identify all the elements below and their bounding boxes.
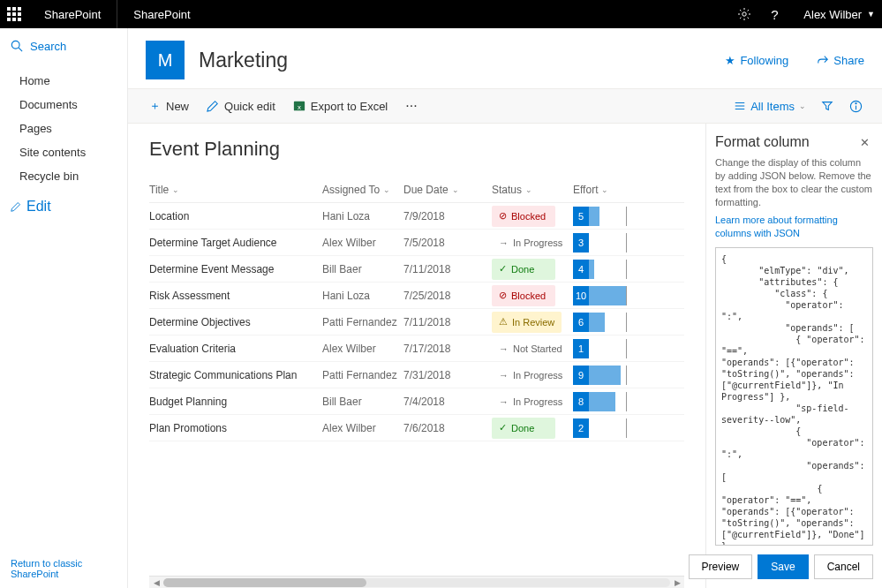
share-button[interactable]: Share (817, 54, 864, 67)
cell-status: ⚠In Review (492, 312, 573, 333)
app-launcher-icon[interactable] (0, 0, 28, 28)
new-button[interactable]: ＋ New (140, 88, 198, 124)
table-row[interactable]: Risk AssessmentHani Loza7/25/2018⊘Blocke… (149, 283, 684, 309)
list-icon (734, 100, 746, 112)
cell-due: 7/25/2018 (403, 290, 492, 302)
user-menu[interactable]: Alex Wilber ▼ (789, 8, 882, 21)
cell-title: Evaluation Criteria (149, 343, 322, 355)
brand-secondary[interactable]: SharePoint (117, 8, 206, 21)
chevron-down-icon: ⌄ (172, 185, 179, 194)
close-icon[interactable]: ✕ (856, 134, 873, 151)
left-nav: Search HomeDocumentsPagesSite contentsRe… (0, 28, 128, 588)
filter-button[interactable] (813, 100, 841, 112)
learn-more-link[interactable]: Learn more about formatting columns with… (715, 214, 873, 240)
nav-edit[interactable]: Edit (0, 193, 127, 220)
save-button[interactable]: Save (758, 554, 808, 579)
cell-assigned: Bill Baer (322, 396, 403, 408)
nav-item[interactable]: Recycle bin (0, 164, 127, 188)
cell-title: Determine Objectives (149, 316, 322, 328)
cell-status: ✓Done (492, 259, 573, 280)
cell-effort: 4 (573, 260, 661, 279)
chevron-down-icon: ⌄ (383, 185, 390, 194)
chevron-down-icon: ⌄ (452, 185, 459, 194)
svg-point-0 (743, 12, 746, 16)
view-selector[interactable]: All Items ⌄ (727, 100, 813, 113)
nav-item[interactable]: Documents (0, 93, 127, 117)
cell-status: →Not Started (492, 338, 573, 359)
cell-status: →In Progress (492, 365, 573, 386)
site-header: M Marketing ★ Following Share (128, 28, 882, 88)
follow-button[interactable]: ★ Following (725, 54, 788, 67)
nav-item[interactable]: Site contents (0, 140, 127, 164)
table-row[interactable]: Strategic Communications PlanPatti Ferna… (149, 362, 684, 388)
cell-effort: 9 (573, 366, 661, 385)
cancel-button[interactable]: Cancel (814, 554, 873, 579)
share-icon (817, 54, 829, 66)
cell-due: 7/11/2018 (403, 316, 492, 328)
panel-description: Change the display of this column by add… (715, 156, 873, 208)
table-row[interactable]: Determine Target AudienceAlex Wilber7/5/… (149, 230, 684, 256)
cell-due: 7/11/2018 (403, 263, 492, 275)
chevron-down-icon: ⌄ (525, 185, 532, 194)
overflow-button[interactable]: ··· (396, 88, 426, 124)
table-row[interactable]: Evaluation CriteriaAlex Wilber7/17/2018→… (149, 335, 684, 362)
table-row[interactable]: Budget PlanningBill Baer7/4/2018→In Prog… (149, 388, 684, 415)
search-placeholder: Search (30, 40, 66, 53)
table-row[interactable]: Plan PromotionsAlex Wilber7/6/2018✓Done2 (149, 415, 684, 441)
cell-title: Location (149, 210, 322, 222)
search-input[interactable]: Search (0, 28, 127, 64)
cell-status: ⊘Blocked (492, 206, 573, 227)
col-title[interactable]: Title⌄ (149, 184, 322, 196)
cell-assigned: Patti Fernandez (322, 369, 403, 381)
scroll-right-icon[interactable]: ▶ (672, 578, 682, 587)
table-row[interactable]: Determine Event MessageBill Baer7/11/201… (149, 256, 684, 283)
suite-bar: SharePoint SharePoint ? Alex Wilber ▼ (0, 0, 882, 28)
status-icon: ✓ (499, 263, 507, 275)
col-effort[interactable]: Effort⌄ (573, 184, 661, 196)
cell-due: 7/9/2018 (403, 210, 492, 222)
cell-due: 7/17/2018 (403, 343, 492, 355)
quick-edit-button[interactable]: Quick edit (198, 88, 284, 124)
cell-assigned: Hani Loza (322, 210, 403, 222)
cell-status: →In Progress (492, 391, 573, 412)
cell-effort: 6 (573, 313, 661, 332)
table-row[interactable]: Determine ObjectivesPatti Fernandez7/11/… (149, 309, 684, 335)
col-due[interactable]: Due Date⌄ (403, 184, 492, 196)
cell-assigned: Hani Loza (322, 290, 403, 302)
cell-assigned: Patti Fernandez (322, 316, 403, 328)
filter-icon (821, 100, 833, 112)
nav-item[interactable]: Home (0, 69, 127, 93)
status-icon: ⊘ (499, 290, 507, 301)
cell-title: Determine Event Message (149, 263, 322, 275)
col-assigned[interactable]: Assigned To⌄ (322, 184, 403, 196)
cell-effort: 2 (573, 418, 661, 438)
table-row[interactable]: LocationHani Loza7/9/2018⊘Blocked5 (149, 203, 684, 230)
status-icon: ✓ (499, 422, 507, 433)
classic-link[interactable]: Return to classic SharePoint (0, 549, 127, 588)
horizontal-scrollbar[interactable]: ◀ ▶ (149, 576, 684, 588)
brand-primary[interactable]: SharePoint (28, 0, 117, 28)
scroll-left-icon[interactable]: ◀ (151, 578, 162, 587)
cell-status: →In Progress (492, 232, 573, 253)
plus-icon: ＋ (149, 98, 161, 114)
chevron-down-icon: ⌄ (601, 185, 608, 194)
preview-button[interactable]: Preview (689, 554, 753, 579)
nav-item[interactable]: Pages (0, 117, 127, 140)
col-status[interactable]: Status⌄ (492, 184, 573, 196)
svg-line-2 (19, 48, 22, 51)
json-editor[interactable]: { "elmType": "div", "attributes": { "cla… (715, 247, 873, 546)
site-tile[interactable]: M (146, 41, 185, 79)
cell-assigned: Alex Wilber (322, 343, 403, 355)
export-button[interactable]: x Export to Excel (284, 88, 396, 124)
cell-effort: 10 (573, 286, 661, 305)
list-table: Title⌄ Assigned To⌄ Due Date⌄ Status⌄ Ef… (149, 177, 684, 441)
help-icon[interactable]: ? (759, 0, 789, 28)
pencil-icon (207, 100, 219, 112)
table-header: Title⌄ Assigned To⌄ Due Date⌄ Status⌄ Ef… (149, 177, 684, 203)
status-icon: → (499, 237, 509, 248)
settings-icon[interactable] (729, 0, 759, 28)
info-icon (849, 100, 863, 113)
cell-assigned: Bill Baer (322, 263, 403, 275)
svg-point-10 (855, 102, 856, 103)
info-button[interactable] (841, 100, 870, 113)
